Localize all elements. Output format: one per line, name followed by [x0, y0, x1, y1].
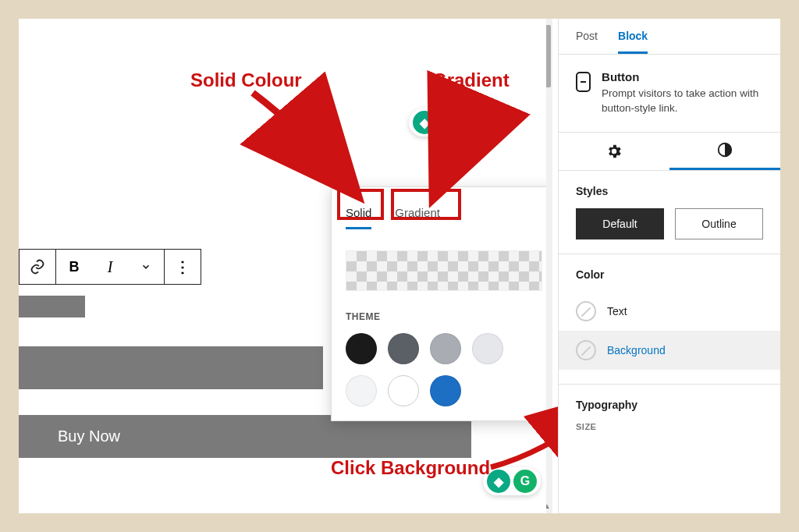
color-panel: Color Text Background	[559, 254, 780, 385]
grammarly-icon[interactable]: G	[439, 111, 463, 134]
block-toolbar: B I ⋮	[19, 249, 201, 285]
annotation-solid-label: Solid Colour	[190, 69, 302, 91]
color-preview-transparent[interactable]	[346, 250, 542, 291]
tab-post[interactable]: Post	[576, 30, 598, 54]
block-info: Button Prompt visitors to take action wi…	[559, 55, 780, 132]
color-text-label: Text	[607, 305, 627, 317]
styles-halfcircle-icon[interactable]	[669, 133, 780, 170]
annotation-box-solid	[337, 189, 384, 220]
diamond-icon[interactable]: ◆	[487, 470, 510, 493]
style-default-button[interactable]: Default	[576, 208, 664, 239]
annotation-box-gradient	[391, 189, 461, 220]
editor-button-buy-now[interactable]: Buy Now	[19, 415, 471, 458]
app-frame: ▲ ◆ G ◆ G B I	[19, 19, 780, 513]
italic-button[interactable]: I	[92, 250, 128, 284]
editor-canvas: ◆ G ◆ G B I ⋮	[19, 19, 546, 513]
swatch-white[interactable]	[388, 375, 419, 406]
diamond-icon[interactable]: ◆	[413, 111, 436, 134]
annotation-gradient-label: Gradient	[432, 69, 510, 91]
color-background-label: Background	[607, 344, 666, 356]
swatch-offwhite[interactable]	[346, 375, 377, 406]
color-text-row[interactable]: Text	[576, 292, 763, 331]
bold-button[interactable]: B	[56, 250, 92, 284]
swatch-darkgray[interactable]	[388, 333, 419, 364]
assistant-pill[interactable]: ◆ G	[409, 108, 467, 137]
color-background-swatch	[576, 340, 596, 360]
color-popover: Solid Gradient THEME	[331, 186, 546, 421]
editor-button-block[interactable]	[19, 346, 323, 389]
swatch-lightgray[interactable]	[472, 333, 503, 364]
assistant-pill-bottom[interactable]: ◆ G	[483, 467, 541, 495]
color-heading: Color	[576, 268, 763, 281]
link-icon[interactable]	[20, 250, 55, 284]
styles-heading: Styles	[576, 185, 763, 197]
color-background-row[interactable]: Background	[559, 331, 780, 370]
swatch-gray[interactable]	[430, 333, 461, 364]
annotation-click-bg-label: Click Background	[331, 457, 490, 479]
theme-swatches	[346, 333, 542, 406]
editor-block-fragment	[19, 296, 85, 317]
more-formatting-caret[interactable]	[128, 250, 164, 284]
typography-heading: Typography	[576, 399, 763, 411]
swatch-blue[interactable]	[430, 375, 461, 406]
button-block-icon	[576, 72, 591, 92]
settings-icon-row	[559, 132, 780, 171]
typography-panel: Typography SIZE	[559, 385, 780, 445]
styles-panel: Styles Default Outline	[559, 171, 780, 254]
more-options-icon[interactable]: ⋮	[165, 250, 201, 284]
swatch-black[interactable]	[346, 333, 377, 364]
block-title: Button	[602, 70, 763, 83]
tab-block[interactable]: Block	[618, 30, 648, 54]
grammarly-icon[interactable]: G	[513, 470, 537, 493]
block-desc: Prompt visitors to take action with butt…	[602, 87, 763, 116]
sidebar-tabs: Post Block	[559, 19, 780, 55]
style-outline-button[interactable]: Outline	[675, 208, 763, 239]
settings-sidebar: Post Block Button Prompt visitors to tak…	[558, 19, 780, 513]
color-text-swatch	[576, 301, 596, 321]
theme-section-label: THEME	[346, 311, 542, 322]
settings-gear-icon[interactable]	[559, 133, 669, 170]
typography-size-label: SIZE	[576, 422, 763, 431]
